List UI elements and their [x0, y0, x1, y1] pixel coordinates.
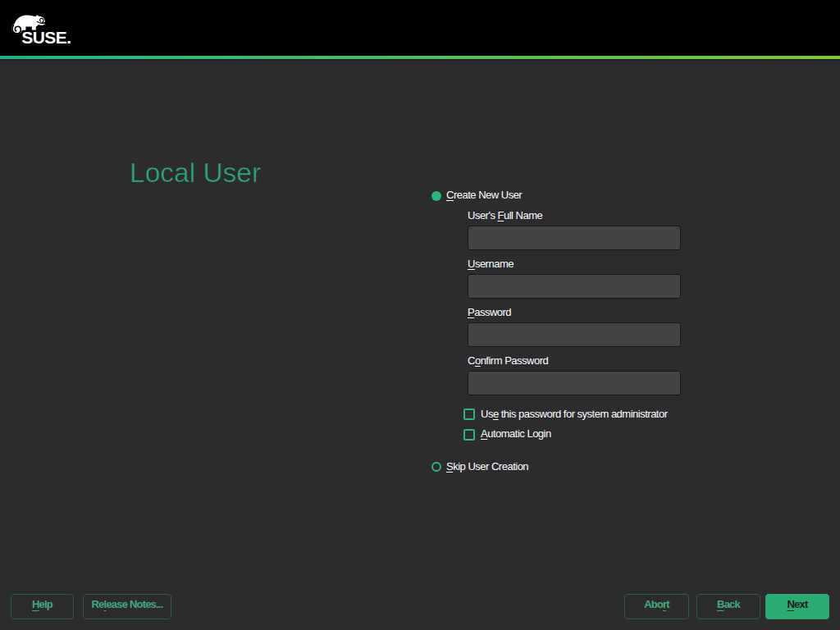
svg-text:SUSE.: SUSE. [21, 28, 71, 46]
